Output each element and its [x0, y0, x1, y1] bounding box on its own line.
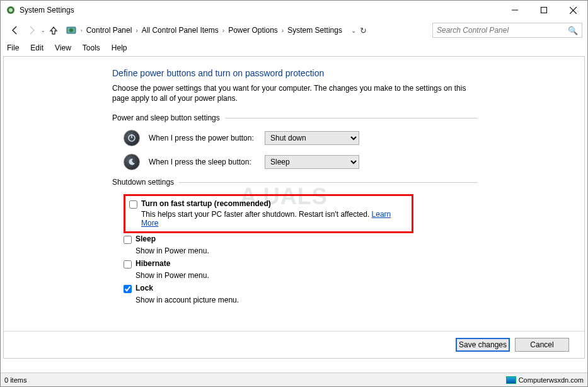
minimize-button[interactable] [500, 1, 529, 20]
sleep-button-row: When I press the sleep button: Sleep [124, 154, 478, 170]
breadcrumb-item[interactable]: Power Options [227, 25, 279, 36]
menu-edit[interactable]: Edit [29, 42, 45, 54]
fast-startup-highlight: Turn on fast startup (recommended) This … [124, 194, 413, 233]
menu-file[interactable]: File [6, 42, 20, 54]
content-pane: Define power buttons and turn on passwor… [3, 56, 585, 359]
breadcrumb-item[interactable]: All Control Panel Items [141, 25, 220, 36]
maximize-button[interactable] [529, 1, 558, 20]
refresh-button[interactable]: ↻ [360, 26, 370, 35]
cancel-button[interactable]: Cancel [515, 338, 569, 352]
power-button-label: When I press the power button: [149, 134, 256, 142]
breadcrumb: Control Panel › All Control Panel Items … [85, 25, 343, 36]
search-icon: 🔍 [568, 26, 578, 35]
svg-point-7 [69, 28, 73, 32]
power-button-select[interactable]: Shut down [265, 131, 359, 145]
sleep-button-select[interactable]: Sleep [265, 155, 359, 169]
status-bar: 0 items Computerwsxdn.com [1, 373, 587, 386]
breadcrumb-item[interactable]: Control Panel [85, 25, 134, 36]
history-dropdown-icon[interactable]: ⌄ [41, 28, 45, 33]
up-button[interactable] [48, 23, 59, 37]
svg-rect-3 [541, 8, 547, 13]
window-controls [500, 1, 587, 20]
menu-view[interactable]: View [54, 42, 72, 54]
monitor-icon [506, 376, 516, 384]
search-box[interactable]: 🔍 [432, 23, 582, 38]
close-button[interactable] [558, 1, 587, 20]
menu-help[interactable]: Help [110, 42, 129, 54]
back-button[interactable] [8, 23, 22, 37]
section-power-sleep: Power and sleep button settings [112, 113, 478, 122]
page-description: Choose the power settings that you want … [112, 83, 478, 103]
power-icon [124, 130, 140, 146]
save-button[interactable]: Save changes [456, 338, 510, 352]
lock-option-label: Lock [135, 284, 153, 292]
sleep-button-label: When I press the sleep button: [149, 158, 256, 166]
chevron-right-icon: › [221, 27, 226, 34]
action-buttons: Save changes Cancel [456, 338, 569, 352]
breadcrumb-item[interactable]: System Settings [286, 25, 343, 36]
menu-bar: File Edit View Tools Help [1, 41, 587, 55]
page-title: Define power buttons and turn on passwor… [112, 68, 478, 78]
window-title: System Settings [20, 6, 74, 14]
navigation-bar: ⌄ › Control Panel › All Control Panel It… [1, 20, 587, 41]
search-input[interactable] [437, 26, 565, 35]
title-bar: System Settings [1, 1, 587, 20]
control-panel-icon [66, 25, 77, 36]
sleep-option-label: Sleep [135, 234, 156, 243]
fast-startup-label: Turn on fast startup (recommended) [141, 199, 271, 208]
hibernate-option-label: Hibernate [135, 259, 170, 268]
hibernate-option-desc: Show in Power menu. [135, 271, 478, 280]
chevron-right-icon: › [81, 28, 83, 33]
section-label: Power and sleep button settings [112, 113, 220, 122]
lock-checkbox[interactable] [124, 285, 132, 293]
forward-button[interactable] [25, 23, 38, 37]
section-shutdown: Shutdown settings [112, 178, 478, 187]
sleep-option-desc: Show in Power menu. [135, 246, 478, 255]
fast-startup-desc: This helps start your PC faster after sh… [141, 210, 406, 228]
sleep-icon [124, 154, 140, 170]
chevron-right-icon: › [134, 27, 139, 34]
status-item-count: 0 items [4, 376, 26, 384]
status-source: Computerwsxdn.com [519, 376, 584, 384]
address-dropdown-icon[interactable]: ⌄ [351, 27, 356, 34]
sleep-checkbox[interactable] [124, 236, 132, 244]
section-label: Shutdown settings [112, 178, 174, 187]
hibernate-checkbox[interactable] [124, 260, 132, 269]
svg-point-1 [9, 8, 13, 12]
chevron-right-icon: › [280, 27, 285, 34]
app-icon [6, 5, 16, 15]
lock-option-desc: Show in account picture menu. [135, 296, 478, 304]
menu-tools[interactable]: Tools [81, 42, 101, 54]
fast-startup-checkbox[interactable] [129, 200, 137, 209]
power-button-row: When I press the power button: Shut down [124, 130, 478, 146]
